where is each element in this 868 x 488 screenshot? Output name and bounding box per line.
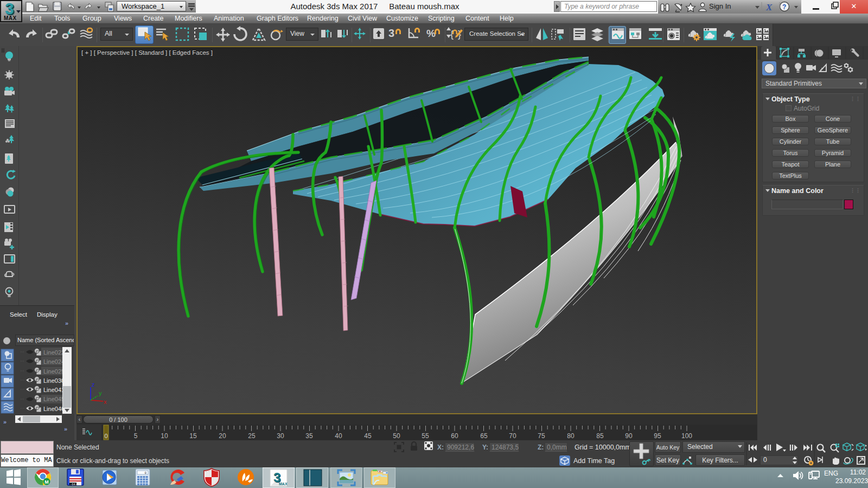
svg-text:Line046: Line046	[43, 406, 65, 412]
svg-text:40: 40	[335, 432, 342, 440]
svg-text:»: »	[64, 426, 67, 432]
svg-text:?: ?	[782, 3, 786, 11]
svg-text:95: 95	[654, 432, 661, 440]
svg-text:30: 30	[277, 432, 284, 440]
svg-text:5: 5	[134, 432, 138, 440]
svg-text:15: 15	[189, 432, 197, 440]
svg-text:M: M	[44, 479, 49, 485]
svg-text:0: 0	[144, 471, 146, 475]
svg-text:»: »	[3, 419, 7, 425]
svg-text:0: 0	[104, 433, 107, 439]
svg-text:10: 10	[161, 432, 168, 440]
svg-text:25: 25	[248, 432, 256, 440]
svg-text:35: 35	[305, 432, 313, 440]
svg-text:-64-: -64-	[70, 483, 77, 486]
svg-text:75: 75	[538, 432, 545, 440]
svg-text:Line030: Line030	[43, 377, 65, 384]
svg-text:45: 45	[364, 432, 372, 440]
svg-text:Line041: Line041	[43, 387, 65, 393]
svg-text:20: 20	[219, 432, 226, 440]
svg-text:55: 55	[422, 432, 429, 440]
svg-text:50: 50	[393, 432, 400, 440]
svg-text:Line024: Line024	[43, 358, 65, 365]
svg-text:85: 85	[596, 432, 604, 440]
svg-text:{: {	[450, 29, 454, 40]
svg-text:60: 60	[451, 432, 458, 440]
svg-text:80: 80	[567, 432, 575, 440]
svg-text:3: 3	[388, 27, 394, 39]
svg-text:Line025: Line025	[43, 368, 65, 375]
svg-text:X: X	[765, 2, 773, 12]
svg-text:%: %	[426, 28, 436, 39]
svg-text:Line022: Line022	[43, 349, 65, 356]
svg-text:MAX: MAX	[279, 482, 288, 486]
svg-text:65: 65	[480, 432, 488, 440]
svg-text:Line045: Line045	[43, 396, 65, 402]
svg-text:90: 90	[625, 432, 633, 440]
svg-text:100: 100	[681, 432, 692, 440]
svg-text:70: 70	[509, 432, 516, 440]
